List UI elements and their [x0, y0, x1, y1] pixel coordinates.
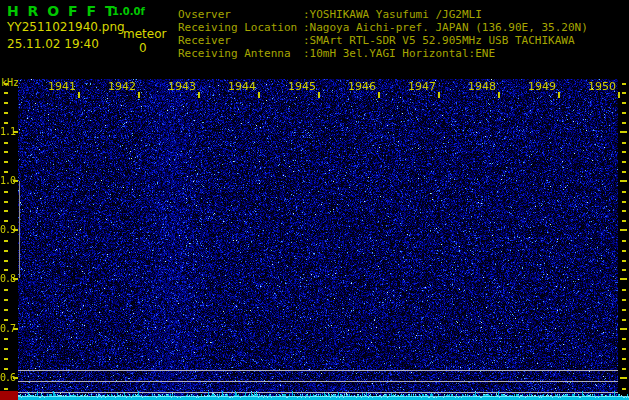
freq-minor-tick — [4, 358, 8, 360]
freq-minor-tick — [4, 142, 8, 144]
time-tick-label: 1943 — [168, 80, 196, 93]
freq-minor-tick-right — [622, 191, 626, 193]
freq-minor-tick — [4, 250, 8, 252]
freq-minor-tick — [4, 338, 8, 340]
freq-minor-tick-right — [622, 240, 626, 242]
corner-marker-red — [0, 391, 18, 400]
freq-minor-tick — [4, 348, 8, 350]
freq-minor-tick-right — [622, 171, 626, 173]
output-filename: YY2511021940.png — [7, 20, 125, 34]
datetime-label: 25.11.02 19:40 — [7, 37, 99, 51]
mode-label: meteor — [123, 27, 166, 41]
freq-minor-tick-right — [622, 260, 626, 262]
info-value: :SMArt RTL-SDR V5 52.905MHz USB TACHIKAW… — [303, 34, 575, 47]
freq-minor-tick-right — [622, 269, 626, 271]
info-label: Ovserver — [178, 8, 303, 21]
freq-major-tick-right — [620, 229, 627, 231]
time-tick — [318, 92, 320, 98]
freq-minor-tick — [4, 161, 8, 163]
info-row: Ovserver:YOSHIKAWA Yasufumi /JG2MLI — [178, 8, 588, 21]
freq-tick-label: 0.7 — [0, 323, 14, 334]
info-value: :YOSHIKAWA Yasufumi /JG2MLI — [303, 8, 482, 21]
freq-minor-tick — [4, 92, 8, 94]
freq-minor-tick-right — [622, 289, 626, 291]
freq-minor-tick-right — [622, 220, 626, 222]
freq-major-tick-right — [620, 131, 627, 133]
freq-major-tick — [13, 180, 18, 182]
freq-major-tick-right — [620, 377, 627, 379]
freq-minor-tick — [4, 210, 8, 212]
freq-minor-tick-right — [622, 348, 626, 350]
freq-tick-label: 1.0 — [0, 175, 14, 186]
info-label: Receiver — [178, 34, 303, 47]
info-value: :10mH 3el.YAGI Horizontal:ENE — [303, 47, 495, 60]
freq-major-tick-right — [620, 278, 627, 280]
freq-minor-tick-right — [622, 250, 626, 252]
time-tick — [558, 92, 560, 98]
time-tick — [498, 92, 500, 98]
freq-major-tick — [13, 328, 18, 330]
freq-minor-tick-right — [622, 358, 626, 360]
freq-minor-tick-right — [622, 122, 626, 124]
freq-minor-tick — [4, 309, 8, 311]
time-tick-label: 1947 — [408, 80, 436, 93]
freq-minor-tick-right — [622, 112, 626, 114]
freq-major-tick — [13, 377, 18, 379]
freq-tick-label: 0.8 — [0, 273, 14, 284]
time-tick-label: 1946 — [348, 80, 376, 93]
freq-minor-tick — [4, 220, 8, 222]
app-title: H R O F F T — [7, 3, 116, 19]
left-border-line — [19, 181, 20, 278]
freq-minor-tick — [4, 269, 8, 271]
freq-minor-tick — [4, 191, 8, 193]
spectrogram-canvas — [18, 79, 629, 400]
freq-minor-tick — [4, 240, 8, 242]
freq-minor-tick — [4, 289, 8, 291]
app-version-label: 1.0.0f — [112, 6, 145, 17]
freq-minor-tick-right — [622, 299, 626, 301]
freq-minor-tick-right — [622, 338, 626, 340]
info-label: Receiving Location — [178, 21, 303, 34]
freq-minor-tick — [4, 368, 8, 370]
freq-minor-tick — [4, 122, 8, 124]
time-tick — [78, 92, 80, 98]
time-tick — [198, 92, 200, 98]
time-tick — [438, 92, 440, 98]
freq-minor-tick-right — [622, 142, 626, 144]
time-tick-label: 1942 — [108, 80, 136, 93]
freq-minor-tick — [4, 201, 8, 203]
freq-minor-tick — [4, 260, 8, 262]
time-tick — [618, 92, 620, 98]
freq-tick-label: 1.1 — [0, 126, 14, 137]
time-tick — [138, 92, 140, 98]
info-row: Receiver:SMArt RTL-SDR V5 52.905MHz USB … — [178, 34, 588, 47]
freq-minor-tick — [4, 388, 8, 390]
freq-minor-tick-right — [622, 201, 626, 203]
info-value: :Nagoya Aichi-pref. JAPAN (136.90E, 35.2… — [303, 21, 588, 34]
freq-major-tick — [13, 278, 18, 280]
freq-minor-tick — [4, 299, 8, 301]
freq-minor-tick-right — [622, 92, 626, 94]
freq-minor-tick — [4, 83, 8, 85]
freq-major-tick — [13, 229, 18, 231]
freq-minor-tick-right — [622, 368, 626, 370]
freq-minor-tick — [4, 151, 8, 153]
freq-tick-label: 0.9 — [0, 224, 14, 235]
freq-major-tick-right — [620, 180, 627, 182]
freq-minor-tick — [4, 171, 8, 173]
freq-minor-tick-right — [622, 161, 626, 163]
freq-minor-tick-right — [622, 151, 626, 153]
freq-major-tick — [13, 131, 18, 133]
hrofft-screen: H R O F F T 1.0.0f YY2511021940.png mete… — [0, 0, 629, 400]
time-tick-label: 1945 — [288, 80, 316, 93]
info-row: Receiving Antenna:10mH 3el.YAGI Horizont… — [178, 47, 588, 60]
freq-minor-tick-right — [622, 102, 626, 104]
station-info: Ovserver:YOSHIKAWA Yasufumi /JG2MLIRecei… — [178, 8, 588, 60]
freq-minor-tick-right — [622, 319, 626, 321]
freq-tick-label: 0.6 — [0, 372, 14, 383]
time-tick-label: 1941 — [48, 80, 76, 93]
freq-minor-tick-right — [622, 210, 626, 212]
freq-major-tick-right — [620, 328, 627, 330]
freq-minor-tick-right — [622, 83, 626, 85]
time-tick-label: 1949 — [528, 80, 556, 93]
